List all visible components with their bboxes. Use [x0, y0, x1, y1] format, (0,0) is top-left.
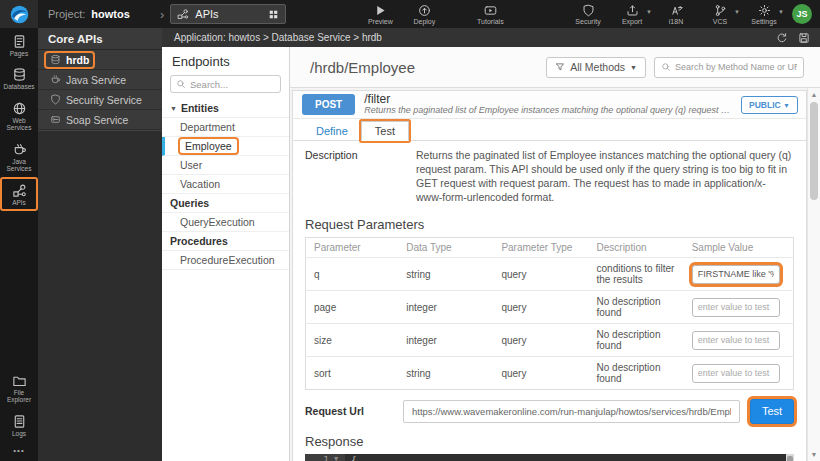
editor-vscroll-thumb[interactable] [787, 456, 793, 461]
user-avatar[interactable]: JS [792, 4, 812, 24]
line-number-gutter[interactable]: 1▼ [305, 454, 345, 461]
main-scrollbar[interactable]: ▲ ▼ [807, 88, 820, 461]
topbar-action-deploy[interactable]: Deploy [402, 3, 446, 25]
chevron-right-icon: › [160, 7, 164, 22]
http-method-badge[interactable]: POST [302, 94, 355, 115]
rail-item-label: FileExplorer [1, 389, 37, 404]
save-icon[interactable] [798, 32, 810, 44]
rail-item-web-services[interactable]: WebServices [1, 96, 37, 136]
cell-parameter-type: query [493, 291, 588, 324]
parameter-row-page: page integer query No description found [306, 291, 794, 324]
visibility-dropdown[interactable]: PUBLIC ▼ [741, 96, 798, 114]
project-indicator: Project: howtos [48, 8, 160, 20]
rail-item-logs[interactable]: Logs [1, 409, 37, 441]
endpoint-item-queryexecution[interactable]: QueryExecution [162, 213, 289, 232]
cell-data-type: integer [398, 291, 493, 324]
topbar-action-tutorials[interactable]: Tutorials [468, 3, 512, 25]
endpoint-group-procedures[interactable]: Procedures [162, 232, 289, 251]
cell-parameter: sort [306, 357, 399, 390]
gear-icon [758, 4, 771, 17]
core-apis-list: hrdb Java Service Security Service Soap … [38, 50, 162, 130]
methods-filter-dropdown[interactable]: All Methods ▼ [546, 57, 646, 78]
sample-value-input-sort[interactable] [692, 364, 780, 383]
soap-icon [50, 114, 61, 125]
wavemaker-logo[interactable] [0, 0, 38, 28]
description-row: Description Returns the paginated list o… [293, 141, 806, 208]
refresh-icon[interactable] [776, 32, 788, 44]
core-api-item-label: Soap Service [66, 114, 128, 126]
endpoint-item-procedureexecution[interactable]: ProcedureExecution [162, 251, 289, 270]
endpoint-item-department[interactable]: Department [162, 118, 289, 137]
scroll-down-arrow[interactable]: ▼ [808, 451, 820, 458]
core-api-item-label: Java Service [66, 74, 126, 86]
rail-item-apis[interactable]: APIs [1, 178, 37, 210]
rail-item-file-explorer[interactable]: FileExplorer [1, 368, 37, 408]
rail-item-label: Pages [1, 50, 37, 57]
rail-item-databases[interactable]: Databases [1, 62, 37, 94]
method-search[interactable] [654, 57, 804, 78]
topbar-action-preview[interactable]: Preview [358, 3, 402, 25]
top-bar: Project: howtos › APIs Preview Deploy Tu… [0, 0, 820, 28]
topbar-action-vcs[interactable]: ▼ VCS [698, 3, 742, 25]
response-heading: Response [305, 434, 794, 449]
rail-item-pages[interactable]: Pages [1, 29, 37, 61]
sample-value-input-page[interactable] [692, 298, 780, 317]
endpoint-item-employee[interactable]: Employee [162, 137, 289, 156]
core-api-item-soap-service[interactable]: Soap Service [38, 110, 162, 130]
database-icon [50, 54, 61, 65]
core-api-item-hrdb[interactable]: hrdb [38, 50, 162, 70]
cell-description: No description found [589, 357, 684, 390]
test-button[interactable]: Test [750, 399, 794, 424]
coffee-icon [50, 74, 61, 85]
editor-vertical-scrollbar[interactable] [786, 454, 794, 461]
core-apis-title: Core APIs [38, 28, 162, 50]
rail-item-java-services[interactable]: JavaServices [1, 137, 37, 177]
grid-icon[interactable] [268, 9, 279, 20]
scrollbar-thumb[interactable] [810, 102, 818, 200]
core-api-item-security-service[interactable]: Security Service [38, 90, 162, 110]
workspace-tab-apis[interactable]: APIs [170, 4, 286, 24]
core-api-item-label: hrdb [66, 54, 89, 66]
endpoint-group-queries[interactable]: Queries [162, 194, 289, 213]
grid-icon [268, 9, 279, 20]
endpoint-item-vacation[interactable]: Vacation [162, 175, 289, 194]
topbar-action-settings[interactable]: ▼ Settings [742, 3, 786, 25]
topbar-action-label: Preview [358, 18, 402, 25]
endpoints-search-input[interactable] [190, 79, 275, 90]
shield-icon [582, 4, 595, 17]
request-parameters-table: ParameterData TypeParameter TypeDescript… [305, 237, 794, 390]
wavemaker-logo-icon [9, 4, 30, 25]
tab-define[interactable]: Define [303, 122, 361, 140]
request-url-input[interactable] [403, 400, 740, 423]
collapse-caret-icon[interactable]: ▼ [170, 105, 177, 112]
endpoint-summary: Returns the paginated list of Employee i… [364, 106, 733, 116]
scroll-up-arrow[interactable]: ▲ [808, 91, 820, 98]
project-label: Project: [48, 8, 85, 20]
cell-data-type: string [398, 357, 493, 390]
more-menu-button[interactable]: ••• [0, 442, 38, 461]
topbar-action-export[interactable]: ▼ Export [610, 3, 654, 25]
description-text: Returns the paginated list of Employee i… [416, 149, 792, 204]
topbar-action-security[interactable]: Security [566, 3, 610, 25]
request-url-row: Request Url Test [305, 398, 794, 424]
endpoint-item-user[interactable]: User [162, 156, 289, 175]
response-code-editor[interactable]: 1▼ { 2▼ "content": [ 3▼ { 4 "empId": 5, … [305, 454, 794, 461]
save-icon [798, 32, 810, 44]
column-header: Parameter Type [493, 238, 588, 258]
core-api-item-java-service[interactable]: Java Service [38, 70, 162, 90]
parameter-row-size: size integer query No description found [306, 324, 794, 357]
sample-value-input-q[interactable] [692, 265, 780, 284]
rail-top-items: Pages Databases WebServices JavaServices… [0, 28, 38, 211]
request-url-label: Request Url [305, 405, 393, 417]
log-icon [12, 414, 27, 429]
tab-test[interactable]: Test [361, 121, 409, 141]
endpoint-item-label: ProcedureExecution [180, 254, 275, 266]
column-header: Sample Value [684, 238, 794, 258]
endpoint-summary-row[interactable]: POST /filter Returns the paginated list … [293, 91, 806, 119]
topbar-action-i18n[interactable]: i18N [654, 3, 698, 25]
rail-item-label: Databases [1, 83, 37, 90]
method-search-input[interactable] [675, 62, 797, 72]
sample-value-input-size[interactable] [692, 331, 780, 350]
endpoint-group-entities[interactable]: ▼ Entities [162, 99, 289, 118]
endpoints-search[interactable] [170, 75, 281, 93]
